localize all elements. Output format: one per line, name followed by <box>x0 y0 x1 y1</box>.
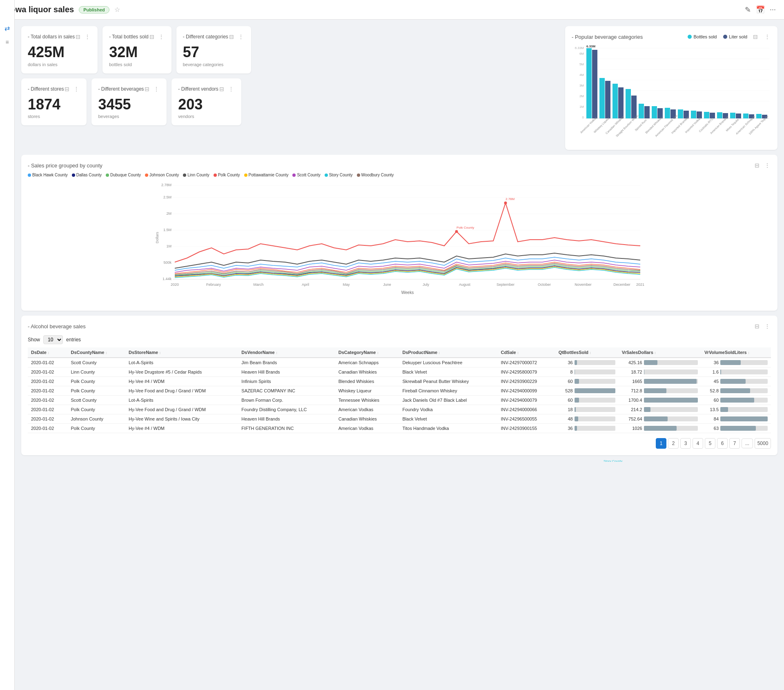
table-cell: Jim Beam Brands <box>238 358 335 367</box>
filter-kpi-btn-2[interactable]: ⊟ <box>149 33 155 41</box>
bar-as-bottles <box>743 114 748 118</box>
col-vrvolumesoldliters[interactable]: VrVolumeSoldLiters <box>701 347 771 358</box>
table-cell: Hy-Vee Wine and Spirits / Iowa City <box>125 414 238 424</box>
more-kpi-btn[interactable]: ⋮ <box>84 33 91 41</box>
table-cell: 36 <box>555 424 619 433</box>
filter-table-btn[interactable]: ⊟ <box>754 322 760 330</box>
page-5-btn[interactable]: 5 <box>705 438 715 449</box>
kpi-total-bottles-subtitle: bottles sold <box>109 62 165 67</box>
y-144k: 1.44k <box>163 277 172 281</box>
page-6-btn[interactable]: 6 <box>717 438 728 449</box>
table-cell: 60 <box>555 396 619 405</box>
table-cell: Foundry Vodka <box>399 405 498 414</box>
col-dsstorename[interactable]: DsStoreName <box>125 347 238 358</box>
col-dsvendorname[interactable]: DsVendorName <box>238 347 335 358</box>
filter-icon[interactable]: ⇄ <box>4 24 10 32</box>
table-cell: Hy-Vee Food and Drug / Grand / WDM <box>125 405 238 414</box>
line-chart-svg: 2.78M 2.5M 2M 1.5M 1M 500k 1.44k Dollars <box>28 180 771 303</box>
polk-dot <box>214 174 217 177</box>
col-dscountyname[interactable]: DsCountyName <box>67 347 125 358</box>
table-row: 2020-01-02Johnson CountyHy-Vee Wine and … <box>28 414 771 424</box>
more-line-btn[interactable]: ⋮ <box>764 161 771 169</box>
table-cell: INV-24294000066 <box>497 405 555 414</box>
kpi-total-bottles-title: - Total bottles sold <box>109 34 149 40</box>
table-wrapper: DsDate DsCountyName DsStoreName DsVendor… <box>28 347 771 433</box>
kpi-total-dollars: - Total dollars in sales ⊟ ⋮ 425M dollar… <box>21 26 98 73</box>
more-icon[interactable]: ··· <box>770 5 776 14</box>
more-table-btn[interactable]: ⋮ <box>764 322 771 330</box>
more-chart-btn[interactable]: ⋮ <box>764 33 771 41</box>
table-cell: Foundry Distilling Company, LLC <box>238 405 335 414</box>
page-1-btn[interactable]: 1 <box>656 438 666 449</box>
table-cell: Tennessee Whiskies <box>335 396 399 405</box>
col-qtbottlessold[interactable]: QtBottlesSold <box>555 347 619 358</box>
legend-bottles: Bottles sold <box>688 34 717 39</box>
col-dscategoryname[interactable]: DsCategoryName <box>335 347 399 358</box>
y-label-0: 0 <box>582 116 584 119</box>
bar-bw-bottles <box>652 106 657 118</box>
story-label: Story County <box>329 173 353 177</box>
bar-ab-bottles <box>717 112 722 118</box>
table-cell: Fireball Cinnamon Whiskey <box>399 386 498 396</box>
filter-stores-btn[interactable]: ⊟ <box>64 85 70 93</box>
more-kpi-btn-3[interactable]: ⋮ <box>237 33 245 41</box>
col-cdsale[interactable]: CdSale <box>497 347 555 358</box>
linn-dot <box>183 174 186 177</box>
filter-chart-btn[interactable]: ⊟ <box>752 33 759 41</box>
col-vrsalesdollars[interactable]: VrSalesDollars <box>619 347 701 358</box>
liters-dot <box>723 35 727 39</box>
legend-linn: Linn County <box>183 173 209 177</box>
col-dsdate[interactable]: DsDate <box>28 347 67 358</box>
filter-kpi-btn-3[interactable]: ⊟ <box>228 33 235 41</box>
table-cell: 63 <box>701 424 771 433</box>
filter-beverages-btn[interactable]: ⊟ <box>144 85 150 93</box>
popular-chart-card: - Popular beverage categories Bottles so… <box>565 26 777 150</box>
page-4-btn[interactable]: 4 <box>693 438 703 449</box>
page-3-btn[interactable]: 3 <box>680 438 691 449</box>
page-2-btn[interactable]: 2 <box>668 438 679 449</box>
table-row: 2020-01-02Polk CountyHy-Vee #4 / WDMFIFT… <box>28 424 771 433</box>
filter-line-btn[interactable]: ⊟ <box>754 161 760 169</box>
bar-cw-liters <box>618 87 624 118</box>
entries-select[interactable]: 10 25 50 <box>43 335 63 344</box>
blackhawk-label: Black Hawk County <box>32 173 68 177</box>
page-7-btn[interactable]: 7 <box>729 438 740 449</box>
page-5000-btn[interactable]: 5000 <box>755 438 771 449</box>
table-row: 2020-01-02Linn CountyHy-Vee Drugstore #5… <box>28 367 771 377</box>
more-stores-btn[interactable]: ⋮ <box>73 85 80 93</box>
table-cell: Blended Whiskies <box>335 377 399 386</box>
line-chart-header: - Sales price grouped by county ⊟ ⋮ <box>28 161 771 169</box>
x-sep: September <box>497 283 514 287</box>
more-kpi-btn-2[interactable]: ⋮ <box>158 33 165 41</box>
table-cell: Heaven Hill Brands <box>238 414 335 424</box>
x-sr: Spiced Rum <box>634 118 648 132</box>
table-cell: 1665 <box>619 377 701 386</box>
filter-vendors-btn[interactable]: ⊟ <box>218 85 225 93</box>
more-beverages-btn[interactable]: ⋮ <box>153 85 160 93</box>
table-body: 2020-01-02Scott CountyLot-A-SpiritsJim B… <box>28 358 771 433</box>
blackhawk-dot <box>28 174 31 177</box>
table-cell: 2020-01-02 <box>28 396 67 405</box>
col-dsproductname[interactable]: DsProductName <box>399 347 498 358</box>
line-legend: Black Hawk County Dallas County Dubuque … <box>28 173 771 177</box>
published-badge: Published <box>79 6 109 13</box>
more-vendors-btn[interactable]: ⋮ <box>227 85 235 93</box>
table-row: 2020-01-02Scott CountyLot-A-SpiritsJim B… <box>28 358 771 367</box>
calendar-icon[interactable]: 📅 <box>756 5 765 14</box>
filter-kpi-btn[interactable]: ⊟ <box>75 33 81 41</box>
kpi-different-categories: - Different categories ⊟ ⋮ 57 beverage c… <box>176 26 251 73</box>
page-ellipsis[interactable]: ... <box>742 438 753 448</box>
table-row: 2020-01-02Polk CountyHy-Vee Food and Dru… <box>28 405 771 414</box>
polk-line <box>175 203 640 262</box>
y-axis-title: Dollars <box>155 232 159 244</box>
menu-icon[interactable]: ≡ <box>5 39 9 45</box>
table-cell: 84 <box>701 414 771 424</box>
kpi-stores-value: 1874 <box>28 96 80 113</box>
table-title: - Alcohol beverage sales <box>28 323 86 329</box>
table-header-row: DsDate DsCountyName DsStoreName DsVendor… <box>28 347 771 358</box>
table-cell: 2020-01-02 <box>28 358 67 367</box>
table-cell: Hy-Vee #4 / WDM <box>125 424 238 433</box>
star-icon[interactable]: ☆ <box>114 6 120 13</box>
edit-icon[interactable]: ✎ <box>745 5 751 14</box>
table-cell: 18.72 <box>619 367 701 377</box>
